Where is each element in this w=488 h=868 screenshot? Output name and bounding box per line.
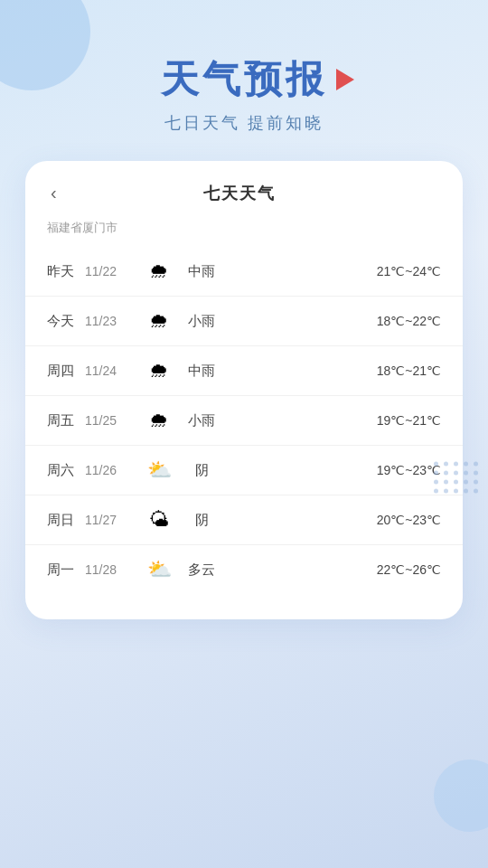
date-label: 11/22 — [85, 264, 139, 278]
weather-row: 周日 11/27 🌤 阴 20℃~23℃ — [25, 495, 463, 545]
weather-desc: 阴 — [179, 512, 224, 529]
weather-row: 周四 11/24 🌧 中雨 18℃~21℃ — [25, 346, 463, 396]
weather-icon: ⛅ — [139, 558, 179, 581]
app-title: 天气预报 — [161, 54, 327, 105]
app-subtitle: 七日天气 提前知晓 — [0, 112, 488, 134]
weather-row: 周六 11/26 ⛅ 阴 19℃~23℃ — [25, 446, 463, 495]
temp-range: 22℃~26℃ — [224, 562, 441, 577]
temp-range: 19℃~21℃ — [224, 413, 441, 428]
dot — [464, 489, 468, 494]
date-label: 11/23 — [85, 314, 139, 328]
dot — [434, 489, 438, 494]
dot — [464, 462, 468, 467]
weather-row: 周一 11/28 ⛅ 多云 22℃~26℃ — [25, 545, 463, 594]
arrow-decoration — [336, 69, 354, 90]
dot — [444, 462, 448, 467]
day-label: 周六 — [47, 462, 85, 479]
dot — [434, 480, 438, 485]
weather-desc: 小雨 — [179, 313, 224, 330]
bg-circle-bottom-right — [434, 760, 488, 832]
day-label: 周一 — [47, 561, 85, 579]
dot — [464, 471, 468, 476]
date-label: 11/27 — [85, 513, 139, 527]
dot — [444, 480, 448, 485]
dot — [454, 480, 458, 485]
weather-icon: 🌧 — [139, 259, 179, 283]
date-label: 11/28 — [85, 562, 139, 577]
dot — [454, 489, 458, 494]
day-label: 周日 — [47, 512, 85, 529]
weather-icon: 🌧 — [139, 359, 179, 382]
temp-range: 19℃~23℃ — [224, 463, 441, 477]
day-label: 周四 — [47, 363, 85, 380]
dot — [454, 462, 458, 467]
weather-row: 周五 11/25 🌧 小雨 19℃~21℃ — [25, 396, 463, 446]
weather-desc: 中雨 — [179, 263, 224, 280]
date-label: 11/26 — [85, 463, 139, 477]
temp-range: 18℃~22℃ — [224, 314, 441, 328]
dot — [474, 489, 478, 494]
day-label: 周五 — [47, 412, 85, 429]
weather-desc: 多云 — [179, 561, 224, 579]
dot — [434, 471, 438, 476]
weather-icon: 🌤 — [139, 508, 179, 532]
weather-icon: 🌧 — [139, 409, 179, 432]
day-label: 今天 — [47, 313, 85, 330]
temp-range: 20℃~23℃ — [224, 513, 441, 527]
weather-row: 昨天 11/22 🌧 中雨 21℃~24℃ — [25, 247, 463, 297]
header-section: 天气预报 七日天气 提前知晓 — [0, 0, 488, 161]
card-header: ‹ 七天天气 — [25, 179, 463, 214]
date-label: 11/24 — [85, 363, 139, 378]
dot — [454, 471, 458, 476]
date-label: 11/25 — [85, 413, 139, 428]
weather-rows-container: 昨天 11/22 🌧 中雨 21℃~24℃ 今天 11/23 🌧 小雨 18℃~… — [25, 247, 463, 594]
dot — [474, 471, 478, 476]
dot — [444, 489, 448, 494]
temp-range: 21℃~24℃ — [224, 264, 441, 278]
dot — [464, 480, 468, 485]
weather-icon: ⛅ — [139, 458, 179, 482]
card-title: 七天天气 — [64, 183, 416, 204]
weather-row: 今天 11/23 🌧 小雨 18℃~22℃ — [25, 297, 463, 346]
dot — [444, 471, 448, 476]
weather-desc: 小雨 — [179, 412, 224, 429]
location-label: 福建省厦门市 — [25, 214, 463, 247]
weather-desc: 阴 — [179, 462, 224, 479]
weather-card: ‹ 七天天气 福建省厦门市 昨天 11/22 🌧 中雨 21℃~24℃ 今天 1… — [25, 161, 463, 619]
temp-range: 18℃~21℃ — [224, 363, 441, 378]
dot — [474, 462, 478, 467]
day-label: 昨天 — [47, 263, 85, 280]
weather-icon: 🌧 — [139, 309, 179, 333]
dot-pattern-decoration: for(let i=0;i<20;i++){ document.write('<… — [434, 462, 479, 494]
dot — [434, 462, 438, 467]
dot — [474, 480, 478, 485]
weather-desc: 中雨 — [179, 363, 224, 380]
back-button[interactable]: ‹ — [43, 179, 64, 207]
